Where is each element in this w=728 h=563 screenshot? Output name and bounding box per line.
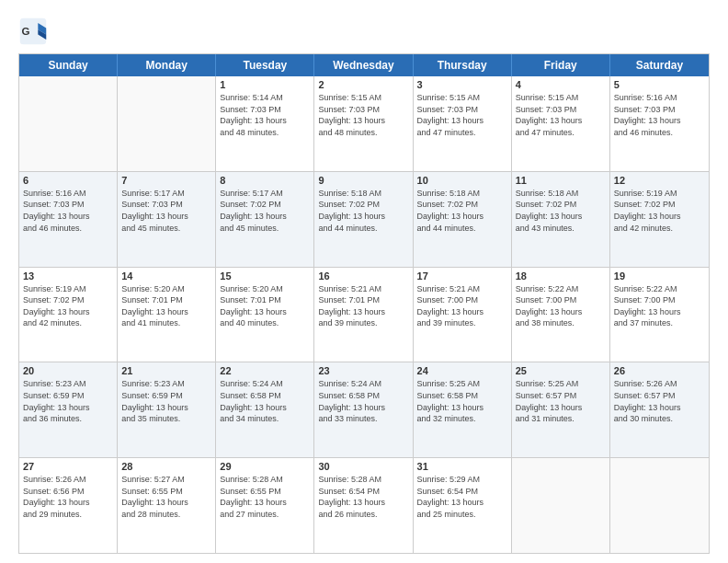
- day-number: 20: [23, 365, 113, 376]
- day-info: Sunrise: 5:18 AMSunset: 7:02 PMDaylight:…: [318, 188, 408, 234]
- calendar-cell-day-9: 9Sunrise: 5:18 AMSunset: 7:02 PMDaylight…: [314, 172, 413, 267]
- header-day-sunday: Sunday: [19, 54, 118, 76]
- day-number: 15: [220, 270, 310, 282]
- page: G SundayMondayTuesdayWednesdayThursdayFr…: [0, 0, 728, 563]
- header: G: [18, 17, 710, 46]
- day-number: 1: [220, 79, 310, 90]
- calendar-cell-day-22: 22Sunrise: 5:24 AMSunset: 6:58 PMDayligh…: [216, 362, 314, 457]
- day-number: 5: [614, 79, 705, 90]
- calendar-cell-empty: [118, 76, 216, 171]
- calendar-cell-day-31: 31Sunrise: 5:29 AMSunset: 6:54 PMDayligh…: [414, 458, 512, 553]
- day-info: Sunrise: 5:16 AMSunset: 7:03 PMDaylight:…: [23, 188, 113, 234]
- calendar-cell-day-4: 4Sunrise: 5:15 AMSunset: 7:03 PMDaylight…: [512, 76, 610, 171]
- day-number: 7: [121, 175, 211, 186]
- day-info: Sunrise: 5:27 AMSunset: 6:55 PMDaylight:…: [121, 474, 211, 520]
- day-info: Sunrise: 5:21 AMSunset: 7:01 PMDaylight:…: [318, 283, 408, 329]
- calendar-cell-day-7: 7Sunrise: 5:17 AMSunset: 7:03 PMDaylight…: [118, 172, 216, 267]
- day-info: Sunrise: 5:24 AMSunset: 6:58 PMDaylight:…: [220, 378, 310, 424]
- day-number: 26: [614, 365, 705, 376]
- day-info: Sunrise: 5:15 AMSunset: 7:03 PMDaylight:…: [516, 92, 606, 138]
- calendar-cell-day-15: 15Sunrise: 5:20 AMSunset: 7:01 PMDayligh…: [216, 268, 314, 362]
- day-number: 24: [417, 365, 507, 376]
- header-day-monday: Monday: [118, 54, 216, 76]
- svg-text:G: G: [22, 26, 30, 37]
- day-info: Sunrise: 5:26 AMSunset: 6:56 PMDaylight:…: [23, 474, 113, 520]
- day-info: Sunrise: 5:28 AMSunset: 6:55 PMDaylight:…: [220, 474, 310, 520]
- day-number: 21: [121, 365, 211, 376]
- calendar-row-2: 6Sunrise: 5:16 AMSunset: 7:03 PMDaylight…: [19, 172, 709, 268]
- calendar-cell-day-21: 21Sunrise: 5:23 AMSunset: 6:59 PMDayligh…: [118, 362, 216, 457]
- calendar-cell-day-18: 18Sunrise: 5:22 AMSunset: 7:00 PMDayligh…: [512, 268, 610, 362]
- day-number: 30: [318, 461, 408, 472]
- day-number: 2: [318, 79, 408, 90]
- day-info: Sunrise: 5:22 AMSunset: 7:00 PMDaylight:…: [614, 283, 705, 329]
- calendar-row-1: 1Sunrise: 5:14 AMSunset: 7:03 PMDaylight…: [19, 76, 709, 172]
- calendar-cell-day-10: 10Sunrise: 5:18 AMSunset: 7:02 PMDayligh…: [414, 172, 512, 267]
- calendar-cell-empty: [610, 458, 709, 553]
- calendar-cell-day-20: 20Sunrise: 5:23 AMSunset: 6:59 PMDayligh…: [19, 362, 118, 457]
- day-number: 27: [23, 461, 113, 472]
- day-info: Sunrise: 5:16 AMSunset: 7:03 PMDaylight:…: [614, 92, 705, 138]
- header-day-wednesday: Wednesday: [314, 54, 413, 76]
- day-number: 14: [121, 270, 211, 282]
- header-day-thursday: Thursday: [414, 54, 512, 76]
- calendar-cell-day-8: 8Sunrise: 5:17 AMSunset: 7:02 PMDaylight…: [216, 172, 314, 267]
- day-number: 10: [417, 175, 507, 186]
- day-number: 4: [516, 79, 606, 90]
- day-info: Sunrise: 5:15 AMSunset: 7:03 PMDaylight:…: [417, 92, 507, 138]
- calendar-row-5: 27Sunrise: 5:26 AMSunset: 6:56 PMDayligh…: [19, 458, 709, 553]
- calendar-cell-day-13: 13Sunrise: 5:19 AMSunset: 7:02 PMDayligh…: [19, 268, 118, 362]
- calendar-header: SundayMondayTuesdayWednesdayThursdayFrid…: [19, 54, 709, 76]
- calendar-cell-day-30: 30Sunrise: 5:28 AMSunset: 6:54 PMDayligh…: [314, 458, 413, 553]
- day-number: 25: [516, 365, 606, 376]
- day-number: 6: [23, 175, 113, 186]
- calendar: SundayMondayTuesdayWednesdayThursdayFrid…: [18, 53, 710, 554]
- day-number: 16: [318, 270, 408, 282]
- calendar-row-4: 20Sunrise: 5:23 AMSunset: 6:59 PMDayligh…: [19, 362, 709, 458]
- calendar-cell-day-27: 27Sunrise: 5:26 AMSunset: 6:56 PMDayligh…: [19, 458, 118, 553]
- day-info: Sunrise: 5:25 AMSunset: 6:58 PMDaylight:…: [417, 378, 507, 424]
- calendar-cell-day-23: 23Sunrise: 5:24 AMSunset: 6:58 PMDayligh…: [314, 362, 413, 457]
- calendar-cell-empty: [19, 76, 118, 171]
- header-day-friday: Friday: [512, 54, 610, 76]
- logo: G: [18, 17, 53, 46]
- calendar-cell-day-2: 2Sunrise: 5:15 AMSunset: 7:03 PMDaylight…: [314, 76, 413, 171]
- header-day-tuesday: Tuesday: [216, 54, 314, 76]
- day-number: 29: [220, 461, 310, 472]
- day-info: Sunrise: 5:20 AMSunset: 7:01 PMDaylight:…: [121, 283, 211, 329]
- day-info: Sunrise: 5:26 AMSunset: 6:57 PMDaylight:…: [614, 378, 705, 424]
- day-info: Sunrise: 5:17 AMSunset: 7:03 PMDaylight:…: [121, 188, 211, 234]
- day-number: 28: [121, 461, 211, 472]
- day-number: 31: [417, 461, 507, 472]
- calendar-cell-day-29: 29Sunrise: 5:28 AMSunset: 6:55 PMDayligh…: [216, 458, 314, 553]
- calendar-cell-day-24: 24Sunrise: 5:25 AMSunset: 6:58 PMDayligh…: [414, 362, 512, 457]
- day-number: 11: [516, 175, 606, 186]
- day-number: 17: [417, 270, 507, 282]
- day-info: Sunrise: 5:17 AMSunset: 7:02 PMDaylight:…: [220, 188, 310, 234]
- day-number: 18: [516, 270, 606, 282]
- day-number: 8: [220, 175, 310, 186]
- day-info: Sunrise: 5:24 AMSunset: 6:58 PMDaylight:…: [318, 378, 408, 424]
- calendar-cell-day-25: 25Sunrise: 5:25 AMSunset: 6:57 PMDayligh…: [512, 362, 610, 457]
- day-number: 23: [318, 365, 408, 376]
- day-number: 13: [23, 270, 113, 282]
- header-day-saturday: Saturday: [610, 54, 709, 76]
- day-info: Sunrise: 5:25 AMSunset: 6:57 PMDaylight:…: [516, 378, 606, 424]
- calendar-cell-day-19: 19Sunrise: 5:22 AMSunset: 7:00 PMDayligh…: [610, 268, 709, 362]
- calendar-cell-day-26: 26Sunrise: 5:26 AMSunset: 6:57 PMDayligh…: [610, 362, 709, 457]
- day-number: 12: [614, 175, 705, 186]
- calendar-cell-day-14: 14Sunrise: 5:20 AMSunset: 7:01 PMDayligh…: [118, 268, 216, 362]
- day-info: Sunrise: 5:29 AMSunset: 6:54 PMDaylight:…: [417, 474, 507, 520]
- day-info: Sunrise: 5:19 AMSunset: 7:02 PMDaylight:…: [614, 188, 705, 234]
- calendar-cell-day-6: 6Sunrise: 5:16 AMSunset: 7:03 PMDaylight…: [19, 172, 118, 267]
- calendar-cell-day-3: 3Sunrise: 5:15 AMSunset: 7:03 PMDaylight…: [414, 76, 512, 171]
- calendar-cell-day-17: 17Sunrise: 5:21 AMSunset: 7:00 PMDayligh…: [414, 268, 512, 362]
- day-number: 22: [220, 365, 310, 376]
- day-info: Sunrise: 5:23 AMSunset: 6:59 PMDaylight:…: [121, 378, 211, 424]
- day-info: Sunrise: 5:22 AMSunset: 7:00 PMDaylight:…: [516, 283, 606, 329]
- calendar-body: 1Sunrise: 5:14 AMSunset: 7:03 PMDaylight…: [19, 76, 709, 553]
- calendar-cell-day-1: 1Sunrise: 5:14 AMSunset: 7:03 PMDaylight…: [216, 76, 314, 171]
- calendar-cell-day-11: 11Sunrise: 5:18 AMSunset: 7:02 PMDayligh…: [512, 172, 610, 267]
- calendar-cell-empty: [512, 458, 610, 553]
- day-info: Sunrise: 5:18 AMSunset: 7:02 PMDaylight:…: [417, 188, 507, 234]
